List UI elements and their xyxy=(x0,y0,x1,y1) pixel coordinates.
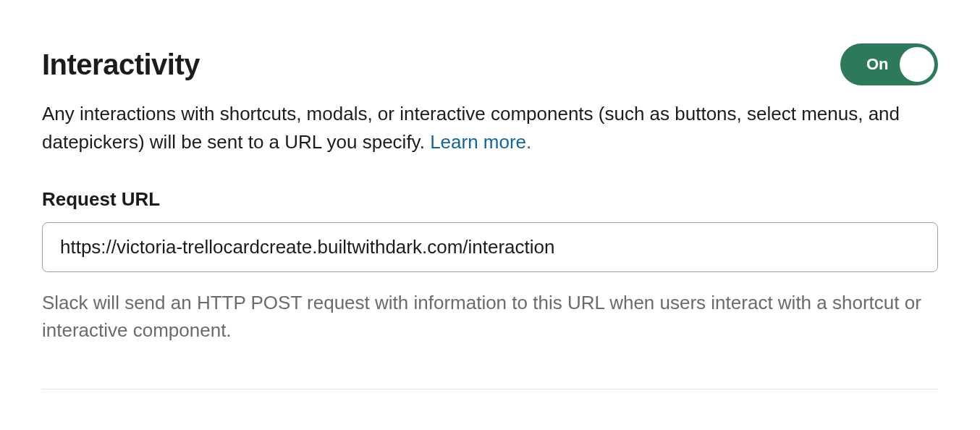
section-divider xyxy=(42,389,938,389)
request-url-input[interactable] xyxy=(42,222,938,272)
toggle-state-label: On xyxy=(866,55,889,74)
learn-more-link[interactable]: Learn more. xyxy=(430,131,531,153)
interactivity-toggle[interactable]: On xyxy=(840,43,938,85)
request-url-help-text: Slack will send an HTTP POST request wit… xyxy=(42,290,938,344)
section-description: Any interactions with shortcuts, modals,… xyxy=(42,100,938,156)
toggle-knob xyxy=(900,47,934,82)
section-title: Interactivity xyxy=(42,49,200,81)
request-url-label: Request URL xyxy=(42,188,938,211)
